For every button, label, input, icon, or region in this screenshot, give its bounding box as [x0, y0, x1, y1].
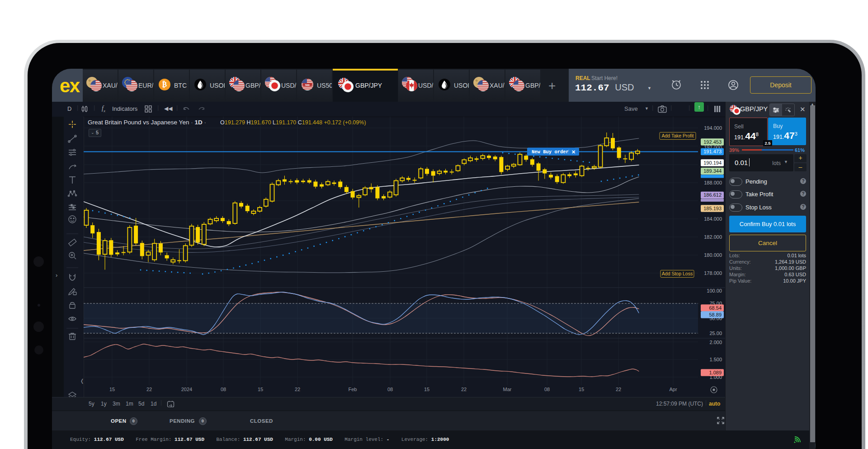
svg-text:✕: ✕ [571, 149, 576, 155]
svg-text:Mar: Mar [503, 387, 512, 392]
svg-text:22: 22 [461, 387, 467, 392]
svg-text:2.000: 2.000 [709, 340, 722, 345]
svg-text:1.500: 1.500 [709, 357, 722, 362]
svg-text:500: 500 [305, 84, 310, 86]
svg-text:22: 22 [616, 387, 621, 392]
svg-text:185.193: 185.193 [703, 206, 722, 211]
svg-text:58.89: 58.89 [709, 312, 722, 317]
svg-text:Feb: Feb [349, 387, 357, 392]
svg-text:180.000: 180.000 [704, 252, 722, 258]
svg-text:191.473: 191.473 [703, 149, 722, 154]
svg-text:15: 15 [579, 387, 584, 392]
svg-text:68.54: 68.54 [709, 305, 722, 311]
svg-text:15: 15 [258, 387, 263, 392]
svg-text:25.00: 25.00 [709, 331, 722, 336]
svg-text:Add Take Profit: Add Take Profit [661, 133, 693, 138]
svg-text:08: 08 [387, 387, 393, 392]
svg-text:192.453: 192.453 [703, 139, 722, 145]
svg-text:15: 15 [424, 387, 429, 392]
svg-text:100.00: 100.00 [707, 288, 722, 293]
svg-text:22: 22 [295, 387, 300, 392]
svg-text:08: 08 [544, 387, 550, 392]
svg-text:1.089: 1.089 [709, 370, 722, 375]
svg-text:15: 15 [109, 387, 115, 392]
svg-text:190.194: 190.194 [703, 160, 722, 165]
svg-text:189.344: 189.344 [703, 168, 722, 174]
svg-text:188.000: 188.000 [704, 180, 722, 185]
svg-text:Apr: Apr [669, 387, 677, 392]
svg-text:2024: 2024 [181, 387, 192, 392]
svg-text:178.000: 178.000 [704, 270, 722, 276]
svg-text:182.000: 182.000 [704, 234, 722, 240]
svg-text:Add Stop Loss: Add Stop Loss [662, 271, 693, 276]
svg-text:22: 22 [146, 387, 152, 392]
svg-text:08: 08 [221, 387, 226, 392]
svg-text:New Buy order: New Buy order [532, 149, 569, 155]
svg-text:194.000: 194.000 [704, 125, 722, 131]
svg-text:184.000: 184.000 [704, 216, 722, 222]
svg-text:186.612: 186.612 [703, 192, 722, 198]
svg-text:₿: ₿ [162, 80, 167, 88]
